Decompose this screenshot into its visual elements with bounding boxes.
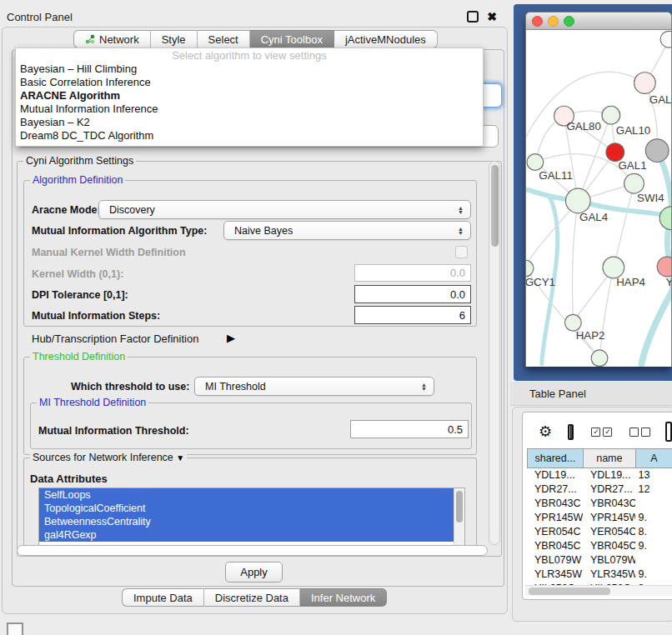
table-cell: YBL079W: [527, 553, 583, 568]
tab-style[interactable]: Style: [151, 30, 198, 48]
attributes-list-scrollbar[interactable]: [454, 488, 464, 546]
which-threshold-label: Which threshold to use:: [71, 381, 189, 392]
table-panel-title: Table Panel: [529, 388, 586, 400]
algorithm-definition-title: Algorithm Definition: [30, 174, 125, 186]
tab-label: Cyni Toolbox: [261, 33, 323, 46]
which-threshold-combo[interactable]: MI Threshold ▲▼: [194, 377, 434, 396]
tab-discretize-data[interactable]: Discretize Data: [204, 588, 300, 607]
collapse-down-icon[interactable]: ▼: [176, 453, 184, 462]
column-header-name[interactable]: name: [583, 448, 635, 468]
mi-threshold-field[interactable]: 0.5: [350, 420, 469, 438]
kernel-width-field[interactable]: 0.0: [354, 264, 471, 282]
node-label-gcy1: GCY1: [526, 276, 555, 288]
mi-algorithm-type-label: Mutual Information Algorithm Type:: [32, 225, 207, 237]
mi-algorithm-type-combo[interactable]: Naive Bayes ▲▼: [223, 221, 471, 240]
window-close-icon[interactable]: [532, 16, 543, 27]
attribute-item-betweennesscentrality[interactable]: BetweennessCentrality: [39, 515, 454, 528]
minimized-panel-icon[interactable]: [7, 622, 23, 635]
node-label-hap2: HAP2: [576, 329, 605, 342]
algorithm-option-aracne-algorithm[interactable]: ARACNE Algorithm: [16, 89, 483, 102]
column-header-shared[interactable]: shared...: [527, 448, 583, 468]
select-all-columns-icon[interactable]: ✓✓: [591, 428, 612, 437]
mi-threshold-label: Mutual Information Threshold:: [38, 425, 189, 437]
network-node-gal11[interactable]: [527, 154, 544, 171]
network-window-titlebar[interactable]: [526, 12, 671, 30]
tab-jactivemnodules[interactable]: jActiveMNodules: [334, 30, 438, 48]
table-cell: YLR345W: [583, 568, 636, 582]
tab-impute-data[interactable]: Impute Data: [122, 588, 204, 607]
table-cell: YLR345W: [527, 568, 583, 582]
network-node-gal1[interactable]: [624, 173, 644, 193]
attribute-item-gal4rgexp[interactable]: gal4RGexp: [39, 528, 454, 542]
deselect-all-columns-icon[interactable]: [629, 428, 650, 437]
mi-threshold-definition-title: MI Threshold Definition: [37, 397, 148, 408]
split-columns-icon[interactable]: [568, 424, 574, 440]
which-threshold-value: MI Threshold: [205, 381, 266, 392]
window-minimize-icon[interactable]: [548, 16, 559, 27]
tab-network[interactable]: Network: [73, 30, 151, 48]
table-row[interactable]: YBR045CYBR045C9.: [527, 539, 672, 553]
window-zoom-icon[interactable]: [564, 16, 574, 27]
network-node-gal[interactable]: [634, 72, 656, 94]
network-node[interactable]: [645, 139, 669, 162]
table-row[interactable]: YER054CYER054C8.: [527, 525, 672, 539]
expand-right-icon[interactable]: ▶: [227, 332, 235, 344]
table-row[interactable]: YDR27...YDR27...12: [527, 482, 672, 497]
network-node[interactable]: [660, 31, 671, 48]
tab-select[interactable]: Select: [198, 30, 250, 48]
new-table-icon[interactable]: [665, 422, 672, 442]
data-attributes-list: SelfLoopsTopologicalCoefficientBetweenne…: [38, 488, 465, 547]
network-node[interactable]: [606, 143, 624, 162]
network-node-gal4[interactable]: [565, 188, 590, 213]
network-canvas[interactable]: GALGAL80GAL10GAL1GAL11SWI4GAL4GCY1HAP4YH…: [526, 30, 671, 367]
tab-label: Select: [208, 33, 238, 46]
algorithm-dropdown-header: Select algorithm to view settings: [16, 48, 483, 62]
gear-icon[interactable]: ⚙: [539, 422, 552, 441]
table-row[interactable]: YBR043CYBR043C: [527, 497, 672, 511]
settings-horizontal-scrollbar[interactable]: [17, 545, 488, 556]
aracne-mode-combo[interactable]: Discovery ▲▼: [98, 200, 471, 219]
network-edge-thick[interactable]: [641, 293, 671, 364]
hub-definition-label[interactable]: Hub/Transcription Factor Definition: [32, 332, 198, 345]
tab-infer-network[interactable]: Infer Network: [300, 588, 387, 607]
table-horizontal-scrollbar[interactable]: [525, 585, 672, 596]
mi-steps-field[interactable]: 6: [354, 306, 471, 324]
algorithm-option-basic-correlation-inference[interactable]: Basic Correlation Inference: [16, 76, 483, 89]
attribute-item-topologicalcoefficient[interactable]: TopologicalCoefficient: [39, 502, 454, 515]
apply-button[interactable]: Apply: [225, 562, 283, 582]
node-label-gal4: GAL4: [579, 211, 609, 223]
algorithm-option-bayesian-hill-climbing[interactable]: Bayesian – Hill Climbing: [16, 62, 483, 76]
mi-steps-label: Mutual Information Steps:: [32, 310, 160, 322]
network-node-gal10[interactable]: [602, 106, 620, 124]
tab-cyni-toolbox[interactable]: Cyni Toolbox: [250, 30, 334, 48]
table-rows: YDL19...YDL19...13YDR27...YDR27...12YBR0…: [527, 468, 672, 585]
attribute-item-selfloops[interactable]: SelfLoops: [39, 488, 454, 502]
table-row[interactable]: YDL19...YDL19...13: [527, 468, 672, 482]
algorithm-option-dream8-dc-tdc-algorithm[interactable]: Dream8 DC_TDC Algorithm: [16, 129, 483, 142]
column-header-a[interactable]: A: [635, 448, 672, 468]
algorithm-option-mutual-information-inference[interactable]: Mutual Information Inference: [16, 102, 483, 116]
float-panel-icon[interactable]: [467, 11, 479, 22]
table-panel-titlebar: Table Panel: [510, 382, 672, 406]
table-cell: [635, 553, 672, 568]
network-node-gcy1[interactable]: [526, 260, 534, 277]
network-graph[interactable]: GALGAL80GAL10GAL1GAL11SWI4GAL4GCY1HAP4YH…: [526, 30, 671, 367]
network-node-swi4[interactable]: [659, 207, 671, 230]
table-cell: 9.: [635, 539, 672, 553]
table-row[interactable]: YPR145WYPR145W9.: [527, 511, 672, 525]
manual-kernel-width-label: Manual Kernel Width Definition: [32, 247, 186, 258]
table-cell: YPR145W: [583, 511, 636, 525]
dpi-tolerance-field[interactable]: 0.0: [354, 285, 471, 303]
dpi-tolerance-value: 0.0: [450, 288, 465, 301]
table-row[interactable]: YLR345WYLR345W9.: [527, 568, 672, 582]
network-edge[interactable]: [614, 183, 634, 268]
network-node[interactable]: [591, 350, 608, 367]
algorithm-option-bayesian-k2[interactable]: Bayesian – K2: [16, 116, 483, 129]
network-node-y[interactable]: [657, 257, 671, 277]
settings-vertical-scrollbar[interactable]: [489, 161, 500, 545]
manual-kernel-width-checkbox[interactable]: [455, 246, 468, 258]
table-row[interactable]: YBL079WYBL079W: [527, 553, 672, 568]
network-edge[interactable]: [572, 201, 578, 322]
close-panel-icon[interactable]: ✖: [487, 11, 497, 22]
network-edge[interactable]: [599, 268, 614, 358]
